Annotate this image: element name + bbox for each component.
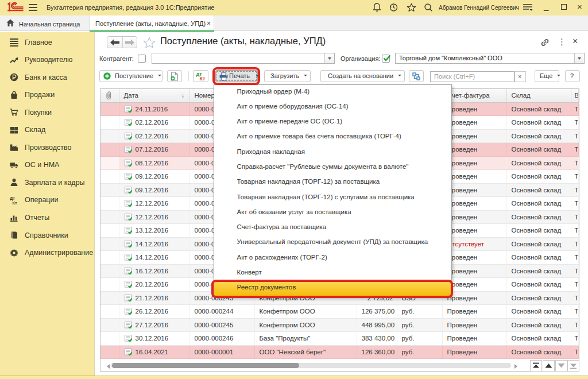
svg-text:Кт: Кт: [13, 200, 18, 204]
